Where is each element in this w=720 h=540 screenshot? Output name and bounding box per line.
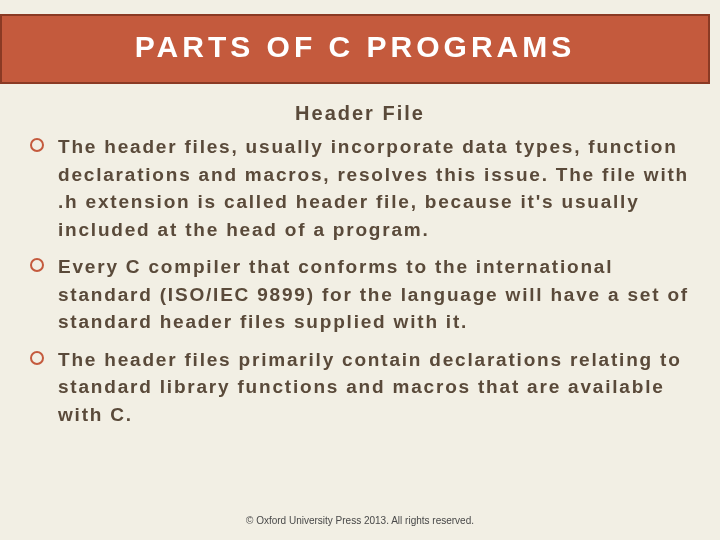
slide-title: PARTS OF C PROGRAMS — [12, 30, 698, 64]
circle-bullet-icon — [30, 138, 44, 152]
list-item: The header files primarily contain decla… — [30, 346, 690, 429]
list-item: Every C compiler that conforms to the in… — [30, 253, 690, 336]
bullet-text: The header files primarily contain decla… — [58, 349, 682, 425]
bullet-text: Every C compiler that conforms to the in… — [58, 256, 689, 332]
circle-bullet-icon — [30, 258, 44, 272]
slide-subtitle: Header File — [30, 102, 690, 125]
slide-content: Header File The header files, usually in… — [0, 84, 720, 428]
list-item: The header files, usually incorporate da… — [30, 133, 690, 243]
bullet-text: The header files, usually incorporate da… — [58, 136, 689, 240]
copyright-footer: © Oxford University Press 2013. All righ… — [0, 515, 720, 526]
circle-bullet-icon — [30, 351, 44, 365]
title-bar: PARTS OF C PROGRAMS — [0, 14, 710, 84]
